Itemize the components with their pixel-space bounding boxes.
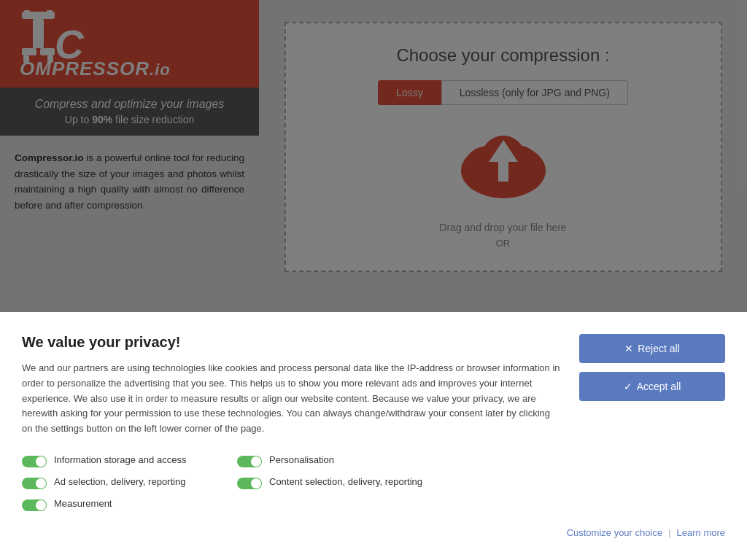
- accept-label: Accept all: [637, 381, 681, 392]
- privacy-modal: We value your privacy! We and our partne…: [0, 312, 747, 560]
- svg-point-23: [251, 478, 261, 489]
- page-layout: C OMPRESSOR.io Compress and optimize you…: [0, 0, 747, 560]
- toggle-icon-ad: [22, 476, 48, 491]
- feature-label-storage: Information storage and access: [54, 454, 186, 465]
- feature-item-content: Content selection, delivery, reporting: [237, 476, 423, 491]
- svg-point-14: [36, 456, 46, 467]
- feature-label-content: Content selection, delivery, reporting: [269, 476, 422, 487]
- feature-item-measurement: Measurement: [22, 498, 208, 513]
- link-separator: |: [668, 527, 670, 538]
- learn-more-link[interactable]: Learn more: [677, 527, 725, 538]
- reject-all-button[interactable]: ✕ Reject all: [579, 334, 725, 363]
- svg-point-26: [36, 500, 46, 510]
- customize-choice-link[interactable]: Customize your choice: [567, 527, 663, 538]
- reject-label: Reject all: [638, 343, 680, 354]
- accept-check-icon: ✓: [624, 381, 632, 392]
- toggle-icon-personalisation: [237, 454, 263, 469]
- privacy-body: We and our partners are using technologi…: [22, 361, 562, 437]
- privacy-features: Information storage and access Personali…: [22, 454, 423, 513]
- toggle-icon-storage: [22, 454, 48, 469]
- feature-item-storage: Information storage and access: [22, 454, 208, 469]
- privacy-actions: ✕ Reject all ✓ Accept all: [579, 334, 725, 401]
- feature-item-ad: Ad selection, delivery, reporting: [22, 476, 208, 491]
- feature-label-personalisation: Personalisation: [269, 454, 334, 465]
- toggle-icon-content: [237, 476, 263, 491]
- svg-point-17: [251, 456, 261, 467]
- accept-all-button[interactable]: ✓ Accept all: [579, 372, 725, 401]
- privacy-links: Customize your choice | Learn more: [567, 527, 725, 538]
- svg-point-20: [36, 478, 46, 489]
- feature-item-personalisation: Personalisation: [237, 454, 423, 469]
- feature-label-measurement: Measurement: [54, 498, 112, 509]
- reject-x-icon: ✕: [624, 343, 633, 354]
- feature-label-ad: Ad selection, delivery, reporting: [54, 476, 185, 487]
- toggle-icon-measurement: [22, 498, 48, 513]
